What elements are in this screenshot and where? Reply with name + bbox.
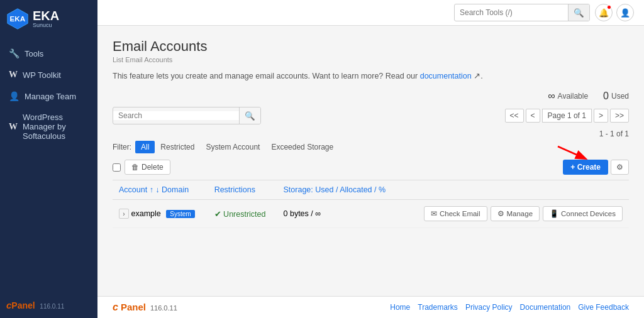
content-area: Email Accounts List Email Accounts This … xyxy=(97,26,644,296)
footer-documentation[interactable]: Documentation xyxy=(520,303,571,312)
row-actions-cell: ✉ Check Email ⚙ Manage 📱 Connect Devices xyxy=(401,200,629,228)
filter-exceeded-storage[interactable]: Exceeded Storage xyxy=(265,141,339,153)
system-badge: System xyxy=(166,210,194,218)
logo-text: EKA xyxy=(33,9,59,23)
toolbar-row: 🔍 << < Page 1 of 1 > >> xyxy=(113,107,629,124)
email-table: Account ↑ ↓ Domain Restrictions Storage:… xyxy=(113,180,629,228)
available-stat: ∞ Available xyxy=(548,90,588,102)
sidebar-item-label-tools: Tools xyxy=(25,49,43,58)
search-tools-input[interactable] xyxy=(455,8,568,17)
footer-home[interactable]: Home xyxy=(390,303,410,312)
search-tools[interactable]: 🔍 xyxy=(454,4,590,21)
sidebar-logo: EKA EKA Sunucu xyxy=(0,0,97,38)
footer-privacy[interactable]: Privacy Policy xyxy=(465,303,513,312)
th-storage: Storage: Used / Allocated / % xyxy=(277,180,401,200)
filter-label: Filter: xyxy=(113,143,131,151)
available-label: Available xyxy=(558,92,588,101)
pagination: << < Page 1 of 1 > >> xyxy=(505,109,629,123)
main-content: 🔍 🔔 👤 Email Accounts List Email Accounts… xyxy=(97,0,644,318)
th-account[interactable]: Account ↑ ↓ Domain xyxy=(113,180,208,200)
row-actions: ✉ Check Email ⚙ Manage 📱 Connect Devices xyxy=(407,206,623,221)
restrictions-value: ✔ Unrestricted xyxy=(214,210,266,219)
cpanel-brand: Panel xyxy=(121,302,146,312)
wp-icon: W xyxy=(9,70,18,80)
connect-icon: 📱 xyxy=(550,209,558,218)
description-text: This feature lets you create and manage … xyxy=(113,72,420,80)
email-search-input[interactable] xyxy=(113,111,239,120)
sidebar-item-wp-toolkit[interactable]: W WP Toolkit xyxy=(0,64,97,85)
account-name: example xyxy=(131,209,160,218)
trash-icon: 🗑 xyxy=(131,163,139,172)
footer: cPanel 116.0.11 Home Trademarks Privacy … xyxy=(97,296,644,318)
cpanel-logo-side: cPanel 116.0.11 xyxy=(6,300,91,310)
wp-manager-icon: W xyxy=(9,122,18,132)
filter-restricted[interactable]: Restricted xyxy=(155,141,200,153)
notification-dot xyxy=(607,5,611,9)
pagination-first[interactable]: << xyxy=(505,109,524,123)
manage-label: Manage xyxy=(507,210,533,217)
account-cell: › example System xyxy=(113,200,208,228)
cpanel-logo-text: c xyxy=(113,302,118,313)
search-tools-button[interactable]: 🔍 xyxy=(568,4,589,21)
page-info: Page 1 of 1 xyxy=(542,109,592,123)
storage-cell: 0 bytes / ∞ xyxy=(277,200,401,228)
svg-text:EKA: EKA xyxy=(9,14,25,23)
check-email-button[interactable]: ✉ Check Email xyxy=(424,206,487,221)
cpanel-version-side: 116.0.11 xyxy=(40,303,64,310)
svg-line-2 xyxy=(558,146,585,158)
sidebar-item-manage-team[interactable]: 👤 Manage Team xyxy=(0,85,97,107)
th-actions xyxy=(401,180,629,200)
sidebar-item-label-manage-team: Manage Team xyxy=(25,92,76,101)
storage-value: 0 bytes / ∞ xyxy=(284,209,321,218)
table-row: › example System ✔ Unrestricted 0 bytes … xyxy=(113,200,629,228)
check-email-label: Check Email xyxy=(440,210,480,217)
footer-trademarks[interactable]: Trademarks xyxy=(418,303,458,312)
user-icon: 👤 xyxy=(620,8,630,18)
tools-icon: 🔧 xyxy=(9,48,19,58)
email-search-button[interactable]: 🔍 xyxy=(239,107,260,124)
footer-cpanel-logo: cPanel 116.0.11 xyxy=(113,302,177,313)
left-actions: 🗑 Delete xyxy=(113,160,170,175)
manage-button[interactable]: ⚙ Manage xyxy=(491,206,540,221)
select-all-checkbox[interactable] xyxy=(113,163,121,172)
sidebar-nav: 🔧 Tools W WP Toolkit 👤 Manage Team W Wor… xyxy=(0,38,97,292)
sidebar-item-wordpress-manager[interactable]: W WordPress Manager by Softaculous xyxy=(0,107,97,146)
description-suffix: . xyxy=(480,72,482,80)
delete-button[interactable]: 🗑 Delete xyxy=(125,160,170,175)
page-title: Email Accounts xyxy=(113,38,629,55)
footer-feedback[interactable]: Give Feedback xyxy=(578,303,629,312)
notifications-button[interactable]: 🔔 xyxy=(595,4,613,21)
sidebar-item-label-wp-toolkit: WP Toolkit xyxy=(23,70,61,80)
connect-label: Connect Devices xyxy=(561,210,616,217)
gear-button[interactable]: ⚙ xyxy=(611,160,629,175)
topbar-icons: 🔔 👤 xyxy=(595,4,634,21)
topbar: 🔍 🔔 👤 xyxy=(97,0,644,26)
used-stat: 0 Used xyxy=(603,90,629,102)
right-actions: + Create ⚙ xyxy=(563,160,629,175)
cpanel-footer-version: 116.0.11 xyxy=(150,304,177,312)
check-email-icon: ✉ xyxy=(431,209,437,218)
manage-icon: ⚙ xyxy=(497,209,504,218)
connect-devices-button[interactable]: 📱 Connect Devices xyxy=(543,206,623,221)
stats-row: ∞ Available 0 Used xyxy=(113,90,629,102)
user-button[interactable]: 👤 xyxy=(616,4,634,21)
records-count: 1 - 1 of 1 xyxy=(113,129,629,138)
pagination-last[interactable]: >> xyxy=(610,109,629,123)
page-description: This feature lets you create and manage … xyxy=(113,71,629,80)
footer-links: Home Trademarks Privacy Policy Documenta… xyxy=(390,303,629,312)
available-value: ∞ xyxy=(548,90,555,102)
filter-system-account[interactable]: System Account xyxy=(200,141,265,153)
sidebar-item-tools[interactable]: 🔧 Tools xyxy=(0,43,97,64)
sidebar: EKA EKA Sunucu 🔧 Tools W WP Toolkit 👤 Ma… xyxy=(0,0,97,318)
filter-all[interactable]: All xyxy=(135,141,155,153)
documentation-link[interactable]: documentation xyxy=(420,72,472,80)
expand-button[interactable]: › xyxy=(119,209,129,219)
th-restrictions: Restrictions xyxy=(208,180,277,200)
used-value: 0 xyxy=(603,90,609,102)
page-subtitle: List Email Accounts xyxy=(113,56,629,63)
pagination-next[interactable]: > xyxy=(594,109,608,123)
filter-row: Filter: All Restricted System Account Ex… xyxy=(113,141,629,153)
pagination-prev[interactable]: < xyxy=(526,109,540,123)
email-search-box[interactable]: 🔍 xyxy=(113,107,261,124)
restrictions-cell: ✔ Unrestricted xyxy=(208,200,277,228)
